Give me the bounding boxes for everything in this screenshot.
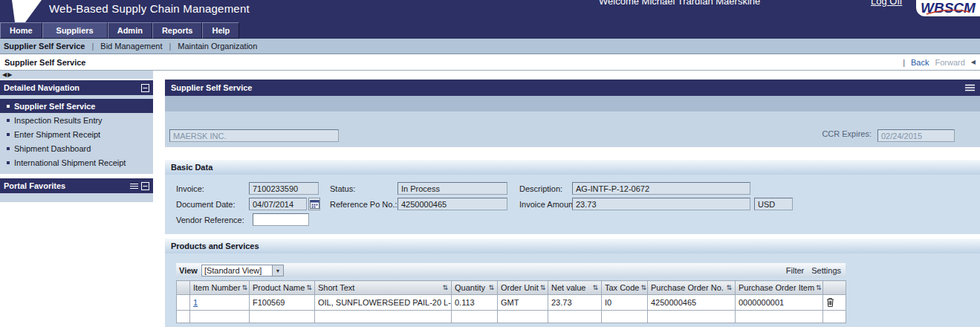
sidebar-item-enter-shipment-receipt[interactable]: Enter Shipment Receipt [0, 127, 153, 141]
form-row: Vendor Reference: [165, 213, 980, 229]
products-section: View [Standard View] ▼ Filter Settings [165, 253, 980, 327]
portal-favorites-header: Portal Favorites [0, 178, 153, 193]
welcome-text: Welcome Michael Trardian Maerskine [599, 0, 760, 7]
cell-tax-code: I0 [602, 295, 648, 311]
bullet-icon [7, 147, 10, 150]
sort-icon[interactable]: ⇅ [816, 284, 822, 291]
subnav-maintain-organization[interactable]: Maintain Organization [178, 42, 257, 51]
chevron-down-icon[interactable]: ▼ [273, 265, 284, 276]
nav-separator: | [903, 58, 905, 67]
body: ◀▶ Detailed Navigation Supplier Self Ser… [0, 71, 980, 327]
currency-field [754, 198, 793, 210]
column-header-short-text[interactable]: Short Text⇅ [315, 281, 452, 295]
products-table: Item Number⇅ Product Name⇅ Short Text⇅ Q… [176, 280, 846, 323]
table-header-row: Item Number⇅ Product Name⇅ Short Text⇅ Q… [177, 281, 846, 295]
bullet-icon [7, 105, 10, 108]
bullet-icon [7, 161, 10, 164]
trash-icon [826, 297, 834, 307]
eagle-logo-fragment-icon [4, 0, 49, 22]
sort-icon[interactable]: ⇅ [640, 284, 646, 291]
row-selector-header[interactable] [177, 281, 190, 295]
sidebar-item-international-shipment-receipt[interactable]: International Shipment Receipt [0, 155, 153, 169]
sort-icon[interactable]: ⇅ [442, 284, 448, 291]
ccr-expires-label: CCR Expires: [822, 129, 872, 138]
sort-icon[interactable]: ⇅ [488, 284, 494, 291]
tab-help[interactable]: Help [202, 22, 239, 39]
vendor-reference-label: Vendor Reference: [176, 216, 244, 224]
column-header-net-value[interactable]: Net value⇅ [548, 281, 602, 295]
cell-product-name: F100569 [250, 295, 315, 311]
view-select-value[interactable]: [Standard View] [201, 265, 273, 276]
collapse-tray-icon[interactable] [141, 84, 149, 92]
sidebar-item-supplier-self-service[interactable]: Supplier Self Service [0, 99, 153, 113]
header-options-menu-icon[interactable] [965, 84, 975, 91]
tab-home[interactable]: Home [0, 22, 42, 39]
history-arrow-icon[interactable]: ◀ [971, 59, 976, 65]
row-selector[interactable] [177, 295, 190, 311]
cell-net-value: 23.73 [548, 295, 602, 311]
sidebar-item-label: Shipment Dashboard [14, 144, 91, 153]
main-content: Supplier Self Service CCR Expires: Basic… [153, 71, 980, 327]
sort-icon[interactable]: ⇅ [306, 284, 312, 291]
view-select[interactable]: [Standard View] ▼ [201, 265, 284, 276]
collapse-arrows-icon[interactable]: ◀▶ [2, 71, 13, 78]
filter-link[interactable]: Filter [786, 266, 804, 275]
reference-po-field [397, 198, 507, 210]
sidebar-item-shipment-dashboard[interactable]: Shipment Dashboard [0, 141, 153, 155]
invoice-amount-field [572, 198, 750, 210]
column-header-order-unit[interactable]: Order Unit⇅ [498, 281, 548, 295]
ccr-expires-field [877, 129, 955, 142]
sidebar-item-label: International Shipment Receipt [14, 158, 126, 167]
app-header: Web-Based Supply Chain Management Welcom… [0, 0, 980, 22]
reference-po-label: Reference Po No.: [330, 200, 397, 209]
bullet-icon [7, 119, 10, 122]
document-date-field[interactable] [249, 198, 307, 210]
subnav-separator: | [91, 42, 94, 51]
invoice-label: Invoice: [176, 184, 204, 193]
column-header-actions [823, 281, 846, 295]
row-selector[interactable] [177, 311, 190, 323]
column-header-quantity[interactable]: Quantity⇅ [452, 281, 498, 295]
sort-icon[interactable]: ⇅ [592, 284, 598, 291]
status-field [397, 182, 507, 195]
sort-icon[interactable]: ⇅ [242, 284, 248, 291]
portal-favorites-body [0, 193, 153, 202]
column-header-product-name[interactable]: Product Name⇅ [250, 281, 315, 295]
tab-admin[interactable]: Admin [108, 22, 152, 39]
log-off-link[interactable]: Log Off [871, 0, 902, 7]
wbscm-logo: WBSCM [916, 0, 980, 16]
form-row: Document Date: Reference Po No.: In [165, 198, 980, 213]
calendar-picker-button[interactable] [308, 198, 320, 210]
table-row-empty [177, 311, 846, 323]
subnav-supplier-self-service[interactable]: Supplier Self Service [4, 42, 85, 51]
tab-suppliers[interactable]: Suppliers [42, 22, 108, 39]
subnav-bid-management[interactable]: Bid Management [100, 42, 162, 51]
favorites-menu-icon[interactable] [130, 183, 138, 190]
basic-data-section-header: Basic Data [165, 160, 980, 175]
view-label: View [179, 266, 198, 275]
column-header-purchase-order-item[interactable]: Purchase Order Item⇅ [736, 281, 823, 295]
forward-link[interactable]: Forward [935, 58, 965, 67]
invoice-field [249, 182, 319, 195]
main-nav-tabs: Home Suppliers Admin Reports Help [0, 22, 980, 39]
back-link[interactable]: Back [911, 58, 929, 67]
tab-reports[interactable]: Reports [152, 22, 203, 39]
products-section-header: Products and Services [165, 239, 980, 253]
organization-field [169, 129, 339, 142]
sub-header-band [165, 96, 980, 111]
item-number-link[interactable]: 1 [193, 298, 198, 307]
delete-row-button[interactable] [823, 295, 846, 311]
vendor-reference-field[interactable] [253, 213, 309, 226]
column-header-item-number[interactable]: Item Number⇅ [190, 281, 250, 295]
org-info-band: CCR Expires: [165, 111, 980, 147]
collapse-tray-icon[interactable] [141, 182, 149, 190]
column-header-tax-code[interactable]: Tax Code⇅ [602, 281, 648, 295]
sort-icon[interactable]: ⇅ [540, 284, 546, 291]
sort-icon[interactable]: ⇅ [726, 284, 732, 291]
sidebar-item-inspection-results-entry[interactable]: Inspection Results Entry [0, 113, 153, 127]
cell-quantity: 0.113 [452, 295, 498, 311]
cell-purchase-order-no: 4250000465 [648, 295, 736, 311]
cell-item-number: 1 [190, 295, 250, 311]
column-header-purchase-order-no[interactable]: Purchase Order No.⇅ [648, 281, 736, 295]
settings-link[interactable]: Settings [811, 266, 841, 275]
